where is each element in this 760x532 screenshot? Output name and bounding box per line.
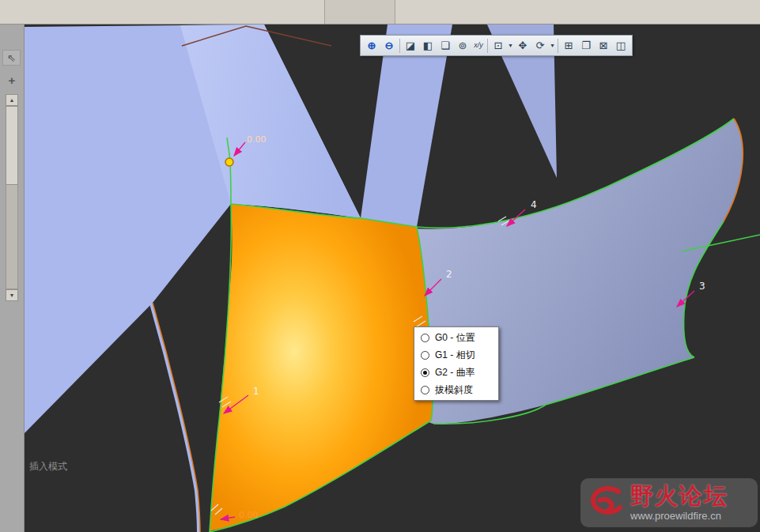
- reorient-icon[interactable]: ⟳: [531, 37, 549, 54]
- spin-center-icon[interactable]: ✥: [514, 37, 531, 54]
- watermark-title: 野火论坛: [630, 484, 728, 509]
- label-2[interactable]: 2: [446, 269, 452, 280]
- top-toolbar-area: [0, 0, 760, 25]
- zoom-out-icon[interactable]: ⊖: [380, 37, 398, 54]
- snapshot-icon[interactable]: ⊚: [454, 37, 471, 54]
- window-icon[interactable]: ❐: [577, 37, 595, 54]
- menu-item-label: G0 - 位置: [435, 331, 475, 345]
- left-sidebar: ⇖ + ▲ ▼: [0, 25, 25, 532]
- scroll-up-button[interactable]: ▲: [6, 94, 18, 106]
- forum-logo-icon: [585, 482, 626, 523]
- datum-grid-icon[interactable]: ⊠: [595, 37, 612, 54]
- toolbar-separator: [558, 39, 558, 53]
- scrollbar-thumb[interactable]: [6, 106, 18, 185]
- add-icon[interactable]: +: [5, 74, 19, 88]
- select-filter-icon[interactable]: ⇖: [2, 50, 21, 66]
- radio-g1[interactable]: [421, 351, 429, 360]
- dimension-top[interactable]: 0.00: [247, 134, 267, 145]
- forum-watermark: 野火论坛 www.proewildfire.cn: [580, 478, 758, 527]
- radio-g2[interactable]: [421, 368, 429, 377]
- label-4[interactable]: 4: [531, 199, 537, 210]
- application-window: ⇖ + ▲ ▼: [0, 0, 760, 532]
- menu-item-draft[interactable]: 拔模斜度: [414, 381, 498, 398]
- 3d-viewport[interactable]: 0.00 1 2 3 4 0.00 ⊕ ⊖ ◪ ◧ ❏ ⊚ x/y ⊡ ▾ ✥ …: [25, 25, 760, 532]
- label-1[interactable]: 1: [253, 386, 259, 397]
- coordinates-icon[interactable]: x/y: [471, 37, 486, 54]
- menu-item-label: 拔模斜度: [435, 383, 473, 397]
- topbar-panel: [324, 0, 395, 24]
- menu-item-g1[interactable]: G1 - 相切: [414, 346, 498, 364]
- reorient-caret-icon[interactable]: ▾: [549, 37, 556, 54]
- model-canvas[interactable]: 0.00 1 2 3 4 0.00: [25, 25, 760, 532]
- repaint-icon[interactable]: ◪: [402, 37, 419, 54]
- label-3[interactable]: 3: [699, 281, 705, 292]
- zoom-in-icon[interactable]: ⊕: [363, 37, 380, 54]
- radio-draft[interactable]: [421, 386, 429, 394]
- scroll-down-button[interactable]: ▼: [6, 289, 18, 301]
- saved-views-icon[interactable]: ⊡: [490, 37, 507, 54]
- watermark-url: www.proewildfire.cn: [630, 511, 728, 522]
- menu-item-g0[interactable]: G0 - 位置: [414, 329, 498, 346]
- mirror-view-icon[interactable]: ◫: [612, 37, 630, 54]
- menu-item-label: G1 - 相切: [435, 349, 475, 362]
- continuity-context-menu: G0 - 位置 G1 - 相切 G2 - 曲率 拔模斜度: [414, 326, 499, 401]
- radio-g0[interactable]: [421, 334, 429, 342]
- endpoint-handle[interactable]: [225, 158, 233, 166]
- dimension-bottom[interactable]: 0.00: [239, 510, 259, 520]
- floating-view-toolbar: ⊕ ⊖ ◪ ◧ ❏ ⊚ x/y ⊡ ▾ ✥ ⟳ ▾ ⊞ ❐ ⊠ ◫: [360, 35, 633, 56]
- menu-item-g2[interactable]: G2 - 曲率: [414, 364, 498, 381]
- datum-planes-icon[interactable]: ⊞: [560, 37, 577, 54]
- insert-mode-status: 插入模式: [29, 460, 67, 474]
- copy-view-icon[interactable]: ❏: [437, 37, 454, 54]
- toolbar-separator: [487, 39, 488, 53]
- menu-item-label: G2 - 曲率: [435, 366, 475, 379]
- shade-icon[interactable]: ◧: [419, 37, 437, 54]
- toolbar-separator: [399, 39, 400, 53]
- saved-views-caret-icon[interactable]: ▾: [507, 37, 514, 54]
